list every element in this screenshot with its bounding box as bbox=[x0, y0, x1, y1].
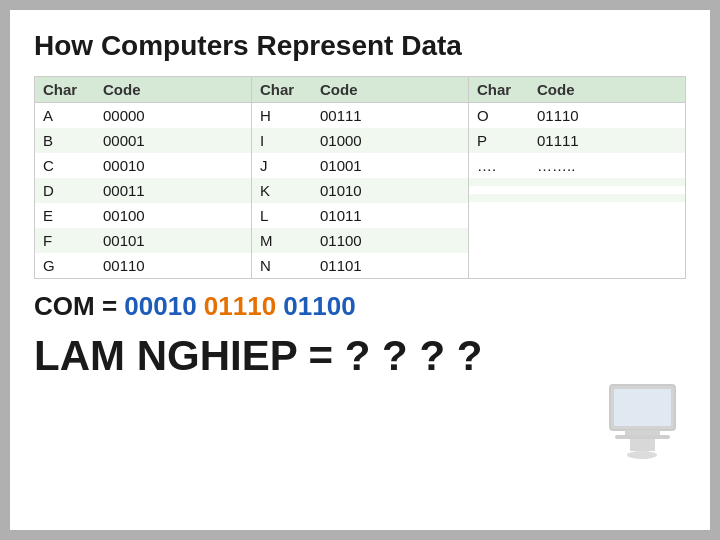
com-part3: 01100 bbox=[283, 291, 355, 321]
cell: B bbox=[35, 128, 95, 153]
col2-header-code: Code bbox=[312, 77, 468, 103]
cell bbox=[469, 194, 529, 202]
header-row-3: Char Code bbox=[469, 77, 685, 103]
cell: C bbox=[35, 153, 95, 178]
cell bbox=[469, 202, 529, 210]
col-group-2: Char Code H 00111 I 01000 J 01001 K 0101… bbox=[252, 77, 469, 278]
table-row: A 00000 bbox=[35, 103, 251, 128]
col-group-3: Char Code O 01110 P 01111 …. …….. bbox=[469, 77, 685, 278]
cell: 00010 bbox=[95, 153, 251, 178]
cell: D bbox=[35, 178, 95, 203]
cell: G bbox=[35, 253, 95, 278]
cell bbox=[469, 186, 529, 194]
cell: O bbox=[469, 103, 529, 128]
table-row bbox=[469, 194, 685, 202]
table-row: L 01011 bbox=[252, 203, 468, 228]
col-group-1: Char Code A 00000 B 00001 C 00010 D 0001… bbox=[35, 77, 252, 278]
table-row: N 01101 bbox=[252, 253, 468, 278]
page-title: How Computers Represent Data bbox=[34, 30, 686, 62]
cell: 00001 bbox=[95, 128, 251, 153]
table-row: F 00101 bbox=[35, 228, 251, 253]
col1-header-code: Code bbox=[95, 77, 251, 103]
cell bbox=[529, 194, 685, 202]
cell: 01110 bbox=[529, 103, 685, 128]
cell: I bbox=[252, 128, 312, 153]
svg-rect-3 bbox=[615, 435, 670, 439]
cell: 01100 bbox=[312, 228, 468, 253]
table-row: K 01010 bbox=[252, 178, 468, 203]
cell bbox=[529, 202, 685, 210]
svg-rect-4 bbox=[630, 439, 655, 451]
cell: H bbox=[252, 103, 312, 128]
header-row-2: Char Code bbox=[252, 77, 468, 103]
cell: 00101 bbox=[95, 228, 251, 253]
cell bbox=[469, 178, 529, 186]
table-row bbox=[469, 186, 685, 194]
table-row: J 01001 bbox=[252, 153, 468, 178]
cell: L bbox=[252, 203, 312, 228]
table-row: I 01000 bbox=[252, 128, 468, 153]
col1-header-char: Char bbox=[35, 77, 95, 103]
slide: How Computers Represent Data Char Code A… bbox=[10, 10, 710, 530]
cell: F bbox=[35, 228, 95, 253]
table-row: P 01111 bbox=[469, 128, 685, 153]
com-part1: 00010 bbox=[124, 291, 204, 321]
cell: 00000 bbox=[95, 103, 251, 128]
table-row: H 00111 bbox=[252, 103, 468, 128]
table-row: B 00001 bbox=[35, 128, 251, 153]
cell: …. bbox=[469, 153, 529, 178]
svg-point-5 bbox=[627, 451, 657, 459]
computer-decoration bbox=[600, 380, 700, 470]
cell: J bbox=[252, 153, 312, 178]
table-row bbox=[469, 202, 685, 210]
lam-line: LAM NGHIEP = ? ? ? ? bbox=[34, 332, 686, 380]
cell: 01010 bbox=[312, 178, 468, 203]
com-prefix: COM = bbox=[34, 291, 124, 321]
table-row: D 00011 bbox=[35, 178, 251, 203]
cell bbox=[529, 178, 685, 186]
cell: …….. bbox=[529, 153, 685, 178]
svg-rect-1 bbox=[614, 389, 671, 426]
cell: 00110 bbox=[95, 253, 251, 278]
table-row: …. …….. bbox=[469, 153, 685, 178]
header-row-1: Char Code bbox=[35, 77, 251, 103]
col3-header-code: Code bbox=[529, 77, 685, 103]
cell: A bbox=[35, 103, 95, 128]
table-row: M 01100 bbox=[252, 228, 468, 253]
com-part2: 01110 bbox=[204, 291, 284, 321]
cell: K bbox=[252, 178, 312, 203]
cell: E bbox=[35, 203, 95, 228]
cell: 01111 bbox=[529, 128, 685, 153]
table-row: C 00010 bbox=[35, 153, 251, 178]
cell: 01001 bbox=[312, 153, 468, 178]
cell bbox=[529, 186, 685, 194]
cell: 01101 bbox=[312, 253, 468, 278]
cell: N bbox=[252, 253, 312, 278]
col2-header-char: Char bbox=[252, 77, 312, 103]
data-table: Char Code A 00000 B 00001 C 00010 D 0001… bbox=[34, 76, 686, 279]
table-row: O 01110 bbox=[469, 103, 685, 128]
com-line: COM = 00010 01110 01100 bbox=[34, 291, 686, 322]
cell: M bbox=[252, 228, 312, 253]
svg-rect-2 bbox=[625, 430, 660, 435]
cell: 00111 bbox=[312, 103, 468, 128]
table-row bbox=[469, 178, 685, 186]
cell: P bbox=[469, 128, 529, 153]
cell: 00011 bbox=[95, 178, 251, 203]
col3-header-char: Char bbox=[469, 77, 529, 103]
cell: 01011 bbox=[312, 203, 468, 228]
table-row: E 00100 bbox=[35, 203, 251, 228]
cell: 01000 bbox=[312, 128, 468, 153]
cell: 00100 bbox=[95, 203, 251, 228]
table-row: G 00110 bbox=[35, 253, 251, 278]
